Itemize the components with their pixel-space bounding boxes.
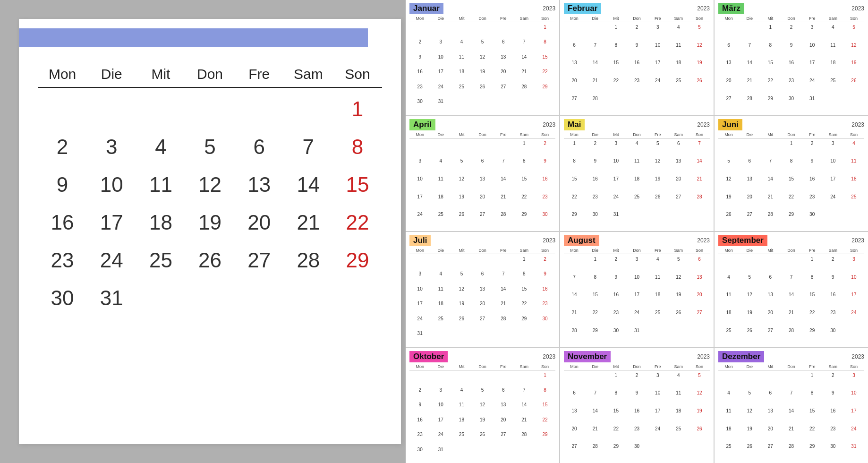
mini-day: 3 — [647, 371, 668, 389]
mini-day: 30 — [823, 326, 843, 344]
mini-day — [689, 326, 710, 344]
mini-dow-label: Sam — [514, 248, 535, 253]
mini-days-grid: 1234567891011121314151617181920212223242… — [564, 255, 710, 344]
mini-dow-label: Sam — [668, 132, 689, 137]
mini-day: 19 — [647, 175, 668, 193]
mini-day — [472, 23, 493, 38]
mini-dow-label: Son — [535, 132, 555, 137]
mini-dow-label: Mon — [409, 364, 430, 369]
mini-day — [472, 371, 493, 386]
mini-day: 6 — [472, 157, 493, 175]
mini-day: 9 — [535, 270, 555, 284]
mini-day: 21 — [585, 425, 605, 443]
mini-day: 31 — [843, 442, 864, 460]
mini-day — [451, 329, 472, 344]
mini-day: 3 — [430, 38, 451, 52]
mini-dow-row: MonDieMitDonFreSamSon — [718, 132, 864, 138]
mini-calendar: September2023MonDieMitDonFreSamSon123456… — [715, 232, 868, 347]
mini-day: 5 — [843, 23, 864, 41]
mini-dow-label: Fre — [493, 16, 514, 21]
mini-day: 4 — [718, 273, 739, 291]
mini-dow-row: MonDieMitDonFreSamSon — [409, 16, 555, 22]
main-day: 5 — [185, 130, 234, 163]
mini-dow-label: Son — [843, 16, 864, 21]
mini-day: 1 — [564, 139, 585, 157]
mini-day: 18 — [668, 59, 689, 77]
mini-dow-label: Mit — [605, 364, 626, 369]
mini-day: 11 — [647, 273, 668, 291]
mini-day: 6 — [493, 38, 514, 52]
mini-day: 10 — [647, 389, 668, 407]
mini-header: März2023 — [718, 3, 864, 14]
mini-day: 24 — [843, 309, 864, 326]
mini-day: 2 — [605, 255, 626, 273]
mini-dow-label: Fre — [802, 364, 823, 369]
mini-day: 17 — [430, 416, 451, 430]
main-dow-label: Son — [333, 66, 382, 82]
mini-day: 7 — [514, 386, 535, 401]
main-day: 21 — [284, 206, 333, 239]
mini-day: 13 — [493, 401, 514, 415]
mini-day: 15 — [535, 401, 555, 415]
mini-dow-label: Die — [585, 132, 605, 137]
mini-dow-label: Son — [535, 16, 555, 21]
mini-month: März — [718, 3, 744, 14]
mini-days-grid: 1234567891011121314151617181920212223242… — [409, 371, 555, 461]
mini-day: 3 — [802, 23, 823, 41]
mini-day — [760, 255, 781, 273]
mini-day: 21 — [514, 68, 535, 82]
mini-day: 2 — [626, 23, 647, 41]
mini-dow-row: MonDieMitDonFreSamSon — [409, 132, 555, 138]
mini-day: 8 — [535, 386, 555, 401]
mini-day: 30 — [535, 210, 555, 228]
mini-day: 18 — [823, 59, 843, 77]
mini-day: 4 — [451, 386, 472, 401]
mini-day: 10 — [430, 401, 451, 415]
mini-day — [843, 210, 864, 228]
mini-day: 22 — [605, 77, 626, 94]
mini-day: 23 — [605, 309, 626, 326]
mini-day: 29 — [564, 210, 585, 228]
mini-day: 23 — [409, 83, 430, 97]
mini-dow-label: Sam — [514, 16, 535, 21]
mini-dow-label: Mit — [605, 16, 626, 21]
mini-day: 26 — [647, 193, 668, 211]
mini-day: 7 — [739, 41, 760, 59]
main-day: 6 — [235, 130, 284, 163]
mini-day: 28 — [585, 94, 605, 112]
mini-day: 11 — [430, 175, 451, 193]
mini-day: 23 — [535, 193, 555, 211]
main-day — [87, 93, 136, 126]
mini-day: 13 — [472, 175, 493, 193]
mini-day: 19 — [472, 416, 493, 430]
mini-dow-label: Die — [739, 16, 760, 21]
mini-day: 22 — [760, 77, 781, 94]
mini-day: 16 — [605, 291, 626, 309]
mini-day — [514, 329, 535, 344]
mini-day — [514, 446, 535, 460]
mini-day: 5 — [718, 157, 739, 175]
mini-day: 24 — [647, 77, 668, 94]
main-dow-label: Die — [87, 66, 136, 82]
mini-dow-label: Don — [626, 248, 647, 253]
mini-dow-label: Mon — [409, 132, 430, 137]
mini-day: 21 — [781, 309, 801, 326]
mini-day: 2 — [823, 255, 843, 273]
mini-dow-label: Sam — [668, 16, 689, 21]
mini-day: 22 — [564, 193, 585, 211]
mini-day: 14 — [739, 59, 760, 77]
mini-month: Februar — [564, 3, 601, 14]
mini-day: 16 — [823, 407, 843, 425]
mini-day — [472, 446, 493, 460]
mini-day: 23 — [802, 193, 823, 211]
mini-days-grid: 1234567891011121314151617181920212223242… — [564, 139, 710, 229]
mini-month: September — [718, 235, 767, 246]
mini-day — [493, 97, 514, 112]
mini-dow-label: Son — [843, 364, 864, 369]
mini-grid: Januar2023MonDieMitDonFreSamSon123456789… — [406, 0, 868, 463]
mini-dow-label: Don — [472, 16, 493, 21]
mini-day: 30 — [605, 326, 626, 344]
mini-day: 28 — [493, 315, 514, 329]
main-day: 22 — [333, 206, 382, 239]
mini-day: 10 — [647, 41, 668, 59]
